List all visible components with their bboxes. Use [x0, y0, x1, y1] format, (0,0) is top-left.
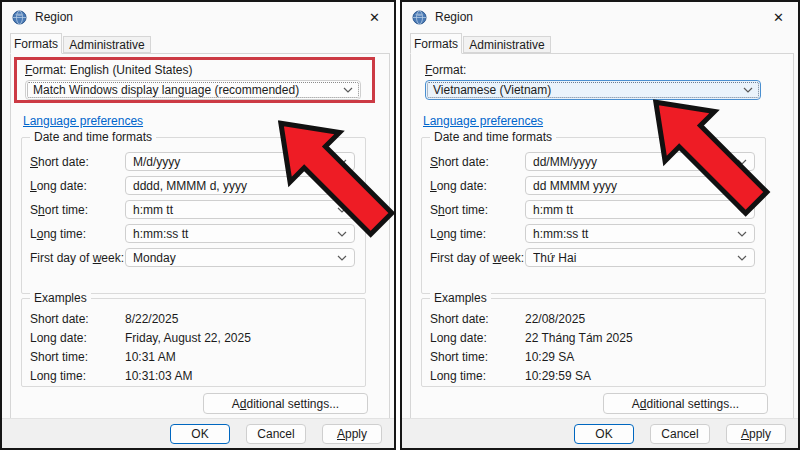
group-title: Examples	[430, 291, 491, 305]
long-time-label: Long time:	[30, 227, 125, 241]
long-time-dropdown[interactable]: h:mm:ss tt	[525, 224, 755, 243]
cancel-button[interactable]: Cancel	[650, 424, 710, 444]
short-date-row: Short date: dd/MM/yyyy	[430, 152, 755, 171]
example-row: Short time: 10:29 SA	[430, 347, 755, 366]
examples-group: Examples Short date: 8/22/2025 Long date…	[21, 298, 366, 387]
long-date-dropdown[interactable]: dd MMMM yyyy	[525, 176, 755, 195]
format-label: Format:	[425, 63, 466, 77]
long-time-label: Long time:	[430, 227, 525, 241]
short-time-dropdown[interactable]: h:mm tt	[525, 200, 755, 219]
apply-button[interactable]: Apply	[726, 424, 786, 444]
dialog-title: Region	[435, 10, 473, 24]
examples-group: Examples Short date: 22/08/2025 Long dat…	[421, 298, 766, 387]
tab-administrative[interactable]: Administrative	[63, 36, 151, 53]
short-date-row: Short date: M/d/yyyy	[30, 152, 355, 171]
short-time-label: Short time:	[430, 203, 525, 217]
long-date-row: Long date: dd MMMM yyyy	[430, 176, 755, 195]
chevron-down-icon	[737, 159, 747, 165]
long-time-dropdown[interactable]: h:mm:ss tt	[125, 224, 355, 243]
short-date-dropdown[interactable]: M/d/yyyy	[125, 152, 355, 171]
first-day-label: First day of week:	[30, 251, 125, 265]
tab-administrative[interactable]: Administrative	[463, 36, 551, 53]
long-time-row: Long time: h:mm:ss tt	[30, 224, 355, 243]
group-title: Date and time formats	[30, 130, 156, 144]
short-time-row: Short time: h:mm tt	[30, 200, 355, 219]
red-highlight-box	[14, 57, 375, 103]
chevron-down-icon	[337, 159, 347, 165]
dialog-footer: OK Cancel Apply	[402, 418, 798, 448]
ok-button[interactable]: OK	[170, 424, 230, 444]
first-day-label: First day of week:	[430, 251, 525, 265]
group-title: Date and time formats	[430, 130, 556, 144]
ok-button[interactable]: OK	[574, 424, 634, 444]
chevron-down-icon	[337, 183, 347, 189]
title-bar: Region ✕	[2, 2, 394, 32]
example-row: Long date: 22 Tháng Tám 2025	[430, 328, 755, 347]
format-dropdown[interactable]: Vietnamese (Vietnam)	[425, 80, 761, 100]
close-icon[interactable]: ✕	[365, 9, 384, 26]
tab-formats[interactable]: Formats	[10, 33, 62, 54]
short-time-dropdown[interactable]: h:mm tt	[125, 200, 355, 219]
additional-settings-button[interactable]: Additional settings...	[603, 393, 768, 414]
region-dialog-english: Region ✕ Formats Administrative Format: …	[0, 0, 396, 450]
example-row: Short date: 22/08/2025	[430, 309, 755, 328]
cancel-button[interactable]: Cancel	[246, 424, 306, 444]
example-row: Short time: 10:31 AM	[30, 347, 355, 366]
long-date-dropdown[interactable]: dddd, MMMM d, yyyy	[125, 176, 355, 195]
close-icon[interactable]: ✕	[769, 9, 788, 26]
short-date-dropdown[interactable]: dd/MM/yyyy	[525, 152, 755, 171]
long-time-row: Long time: h:mm:ss tt	[430, 224, 755, 243]
apply-button[interactable]: Apply	[322, 424, 382, 444]
short-time-label: Short time:	[30, 203, 125, 217]
globe-icon	[412, 10, 427, 25]
short-time-row: Short time: h:mm tt	[430, 200, 755, 219]
chevron-down-icon	[737, 231, 747, 237]
date-time-formats-group: Date and time formats Short date: M/d/yy…	[21, 137, 366, 294]
formats-tab-page: Format: Vietnamese (Vietnam) Language pr…	[410, 53, 794, 420]
date-time-formats-group: Date and time formats Short date: dd/MM/…	[421, 137, 766, 294]
short-date-label: Short date:	[430, 155, 525, 169]
long-date-label: Long date:	[30, 179, 125, 193]
chevron-down-icon	[737, 183, 747, 189]
first-day-row: First day of week: Monday	[30, 248, 355, 267]
chevron-down-icon	[337, 231, 347, 237]
group-title: Examples	[30, 291, 91, 305]
tab-formats[interactable]: Formats	[410, 33, 462, 54]
long-date-label: Long date:	[430, 179, 525, 193]
example-row: Long time: 10:29:59 SA	[430, 366, 755, 385]
chevron-down-icon	[737, 255, 747, 261]
globe-icon	[12, 10, 27, 25]
first-day-dropdown[interactable]: Monday	[125, 248, 355, 267]
short-date-label: Short date:	[30, 155, 125, 169]
chevron-down-icon	[737, 207, 747, 213]
first-day-dropdown[interactable]: Thứ Hai	[525, 248, 755, 267]
formats-tab-page: Format: English (United States) Match Wi…	[10, 53, 390, 420]
chevron-down-icon	[337, 207, 347, 213]
language-preferences-link[interactable]: Language preferences	[423, 114, 543, 128]
chevron-down-icon	[337, 255, 347, 261]
long-date-row: Long date: dddd, MMMM d, yyyy	[30, 176, 355, 195]
dialog-footer: OK Cancel Apply	[2, 418, 394, 448]
chevron-down-icon	[743, 87, 753, 93]
example-row: Long date: Friday, August 22, 2025	[30, 328, 355, 347]
first-day-row: First day of week: Thứ Hai	[430, 248, 755, 267]
dialog-title: Region	[35, 10, 73, 24]
language-preferences-link[interactable]: Language preferences	[23, 114, 143, 128]
example-row: Short date: 8/22/2025	[30, 309, 355, 328]
title-bar: Region ✕	[402, 2, 798, 32]
example-row: Long time: 10:31:03 AM	[30, 366, 355, 385]
additional-settings-button[interactable]: Additional settings...	[203, 393, 368, 414]
region-dialog-vietnamese: Region ✕ Formats Administrative Format: …	[400, 0, 800, 450]
